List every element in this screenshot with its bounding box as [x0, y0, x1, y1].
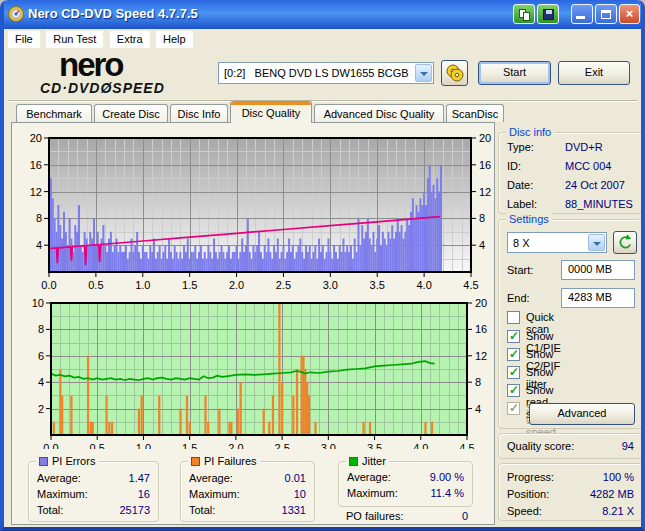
tab-advanced-disc-quality[interactable]: Advanced Disc Quality — [314, 104, 444, 123]
svg-text:10: 10 — [32, 297, 44, 309]
maximize-button[interactable] — [595, 4, 617, 24]
tab-create-disc[interactable]: Create Disc — [94, 104, 168, 123]
stat-label: Total: — [37, 504, 63, 516]
checkbox-box[interactable] — [507, 330, 520, 343]
checkbox-box[interactable] — [507, 311, 520, 324]
eject-disc-icon — [442, 61, 467, 85]
svg-text:12: 12 — [475, 350, 487, 362]
checkbox-box[interactable] — [507, 384, 520, 397]
svg-text:8: 8 — [475, 376, 481, 388]
quality-score-label: Quality score: — [507, 440, 574, 452]
svg-text:1.5: 1.5 — [182, 442, 197, 449]
stat-value: 16 — [138, 488, 150, 500]
disc-info-groupbox: Disc info Type:DVD+R ID:MCC 004 Date:24 … — [498, 132, 643, 214]
stat-label: Maximum: — [189, 488, 240, 500]
stat-label: Maximum: — [37, 488, 88, 500]
jitter-groupbox: Jitter Average:9.00 % Maximum:11.4 % — [338, 461, 473, 507]
tab-scandisc[interactable]: ScanDisc — [446, 104, 504, 123]
eject-button[interactable] — [441, 60, 468, 86]
stat-value: 9.00 % — [430, 471, 464, 483]
svg-text:12: 12 — [479, 186, 491, 198]
stat-label: Total: — [189, 504, 215, 516]
pi-errors-groupbox: PI Errors Average:1.47 Maximum:16 Total:… — [28, 461, 159, 522]
maximize-icon — [601, 10, 611, 19]
exit-button[interactable]: Exit — [558, 61, 630, 85]
speed-selector[interactable]: 8 X — [507, 232, 607, 253]
po-failures-value: 0 — [462, 510, 468, 522]
svg-text:4.5: 4.5 — [459, 442, 474, 449]
stat-label: Average: — [189, 472, 233, 484]
svg-text:20: 20 — [475, 297, 487, 309]
speed-value: 8.21 X — [602, 505, 634, 517]
pi-errors-chart: 0.00.51.01.52.02.53.03.54.04.54812162048… — [12, 126, 494, 290]
disc-date-value: 24 Oct 2007 — [565, 179, 625, 191]
pi-failures-legend-swatch — [191, 457, 200, 466]
drive-selector-value: [0:2] BENQ DVD LS DW1655 BCGB — [224, 67, 409, 79]
svg-text:4.5: 4.5 — [463, 279, 478, 290]
end-input[interactable]: 4283 MB — [561, 288, 635, 308]
minimize-button[interactable] — [571, 4, 593, 24]
stat-label: Average: — [37, 472, 81, 484]
refresh-button[interactable] — [613, 231, 637, 254]
jitter-caption: Jitter — [346, 455, 389, 467]
disc-type-label: Type: — [507, 141, 534, 153]
jitter-legend-swatch — [349, 457, 358, 466]
stat-label: Maximum: — [347, 487, 398, 499]
disc-type-value: DVD+R — [565, 141, 603, 153]
stat-value: 0.01 — [285, 472, 306, 484]
save-button[interactable] — [537, 4, 559, 24]
app-window: Nero CD-DVD Speed 4.7.7.5 × File Run Tes… — [0, 0, 645, 531]
svg-text:6: 6 — [38, 350, 44, 362]
disc-id-label: ID: — [507, 160, 521, 172]
svg-text:2: 2 — [38, 403, 44, 415]
svg-text:0.5: 0.5 — [88, 279, 103, 290]
svg-text:2.5: 2.5 — [274, 442, 289, 449]
svg-text:4.0: 4.0 — [413, 442, 428, 449]
svg-text:0.5: 0.5 — [90, 442, 105, 449]
chevron-down-icon[interactable] — [588, 234, 605, 251]
nero-logo: nero — [59, 48, 123, 81]
drive-selector[interactable]: [0:2] BENQ DVD LS DW1655 BCGB — [218, 62, 434, 84]
svg-text:4: 4 — [479, 239, 485, 251]
position-label: Position: — [507, 488, 549, 500]
checkbox-box[interactable] — [507, 366, 520, 379]
copy-to-clipboard-button[interactable] — [513, 4, 535, 24]
disc-label-value: 88_MINUTES — [565, 198, 633, 210]
tab-disc-info[interactable]: Disc Info — [170, 104, 228, 123]
svg-text:16: 16 — [479, 159, 491, 171]
svg-text:1.0: 1.0 — [136, 442, 151, 449]
copy-icon-back — [523, 12, 530, 21]
po-failures-row: PO failures: 0 — [346, 510, 468, 524]
start-button[interactable]: Start — [478, 61, 551, 85]
chevron-down-icon[interactable] — [415, 64, 432, 82]
svg-text:8: 8 — [36, 212, 42, 224]
svg-text:3.0: 3.0 — [323, 279, 338, 290]
tab-benchmark[interactable]: Benchmark — [16, 104, 92, 123]
stat-value: 25173 — [119, 504, 150, 516]
app-icon — [8, 6, 24, 22]
svg-text:2.5: 2.5 — [276, 279, 291, 290]
menu-file[interactable]: File — [8, 31, 40, 48]
svg-text:3.0: 3.0 — [321, 442, 336, 449]
speed-selector-value: 8 X — [513, 237, 530, 249]
nero-logo-subtitle: CD·DVDØSPEED — [40, 80, 165, 96]
svg-text:8: 8 — [38, 323, 44, 335]
quality-score-box: Quality score:94 — [498, 433, 643, 459]
close-button[interactable]: × — [619, 4, 640, 24]
tab-disc-quality[interactable]: Disc Quality — [230, 101, 312, 123]
checkbox-box[interactable] — [507, 348, 520, 361]
disc-info-caption: Disc info — [506, 126, 554, 138]
progress-label: Progress: — [507, 471, 554, 483]
svg-text:4: 4 — [36, 239, 42, 251]
disc-id-value: MCC 004 — [565, 160, 611, 172]
svg-text:3.5: 3.5 — [370, 279, 385, 290]
menu-help[interactable]: Help — [156, 31, 193, 48]
title-bar: Nero CD-DVD Speed 4.7.7.5 × — [0, 0, 645, 29]
toolbar-separator — [8, 100, 637, 102]
stat-value: 1.47 — [129, 472, 150, 484]
start-input[interactable]: 0000 MB — [561, 260, 635, 280]
svg-text:20: 20 — [30, 132, 42, 144]
svg-text:1.5: 1.5 — [182, 279, 197, 290]
pi-failures-jitter-chart: 0.00.51.01.52.02.53.03.54.04.52468104812… — [12, 291, 494, 449]
advanced-button[interactable]: Advanced — [529, 403, 635, 425]
